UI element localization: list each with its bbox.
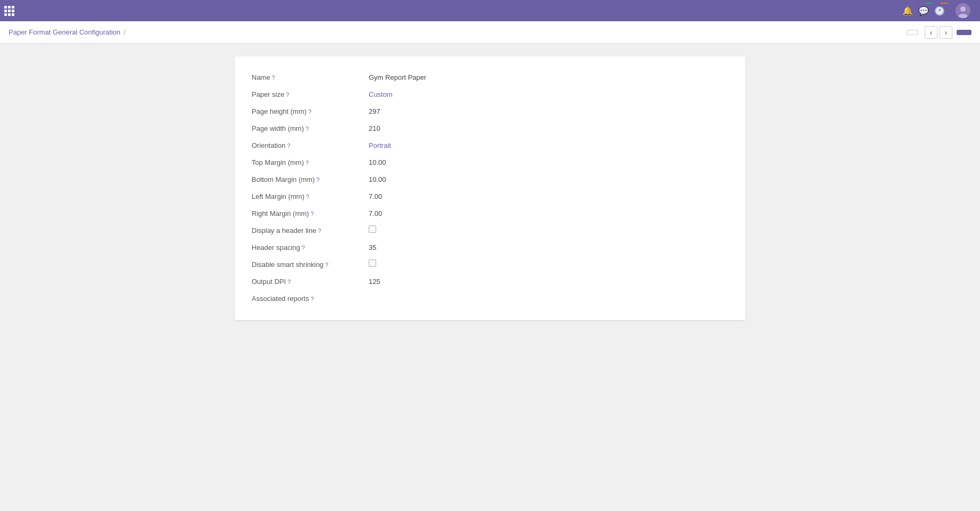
form-row-name: Name ?Gym Report Paper xyxy=(252,69,728,86)
field-value-orientation[interactable]: Portrait xyxy=(369,140,728,149)
field-value-left-margin: 7.00 xyxy=(369,191,728,200)
field-label-left-margin: Left Margin (mm) ? xyxy=(252,191,369,200)
messages-badge xyxy=(925,3,932,4)
field-label-orientation: Orientation ? xyxy=(252,140,369,149)
help-icon-header-spacing[interactable]: ? xyxy=(302,245,305,251)
svg-point-1 xyxy=(960,6,966,12)
form-row-right-margin: Right Margin (mm) ?7.00 xyxy=(252,205,728,222)
help-icon-bottom-margin[interactable]: ? xyxy=(316,177,319,183)
help-icon-paper-size[interactable]: ? xyxy=(286,91,289,98)
form-row-output-dpi: Output DPI ?125 xyxy=(252,273,728,290)
grid-icon xyxy=(4,6,14,16)
action-button[interactable] xyxy=(907,30,918,35)
main-content: Name ?Gym Report PaperPaper size ?Custom… xyxy=(0,44,980,511)
messages-btn[interactable]: 💬 xyxy=(918,6,929,16)
breadcrumb-actions: ‹ › xyxy=(907,26,971,39)
help-icon-left-margin[interactable]: ? xyxy=(306,194,309,200)
form-row-disable-smart-shrinking: Disable smart shrinking ? xyxy=(252,256,728,273)
bell-icon: 🔔 xyxy=(902,6,913,16)
field-value-disable-smart-shrinking[interactable] xyxy=(369,259,376,269)
help-icon-page-height[interactable]: ? xyxy=(308,108,311,115)
form-row-paper-size: Paper size ?Custom xyxy=(252,86,728,103)
field-value-paper-size[interactable]: Custom xyxy=(369,89,728,98)
field-label-associated-reports: Associated reports ? xyxy=(252,294,369,303)
main-nav xyxy=(26,0,902,21)
help-icon-page-width[interactable]: ? xyxy=(305,125,309,132)
activity-badge xyxy=(941,3,948,4)
field-value-display-header-line[interactable] xyxy=(369,225,376,234)
field-label-page-width: Page width (mm) ? xyxy=(252,123,369,132)
pager: ‹ › xyxy=(923,26,952,39)
navbar-right: 🔔 💬 🕐 xyxy=(902,3,976,18)
breadcrumb-parent[interactable]: Paper Format General Configuration xyxy=(9,28,120,36)
help-icon-output-dpi[interactable]: ? xyxy=(287,279,290,285)
notifications-btn[interactable]: 🔔 xyxy=(902,6,913,16)
field-label-page-height: Page height (mm) ? xyxy=(252,106,369,115)
help-icon-top-margin[interactable]: ? xyxy=(305,160,309,166)
help-icon-orientation[interactable]: ? xyxy=(287,143,290,149)
help-icon-disable-smart-shrinking[interactable]: ? xyxy=(325,262,328,268)
form-row-top-margin: Top Margin (mm) ?10.00 xyxy=(252,154,728,171)
help-icon-name[interactable]: ? xyxy=(272,74,275,81)
field-label-display-header-line: Display a header line ? xyxy=(252,225,369,234)
field-label-top-margin: Top Margin (mm) ? xyxy=(252,157,369,166)
field-value-associated-reports xyxy=(369,294,728,295)
breadcrumb: Paper Format General Configuration / xyxy=(9,28,129,36)
nav-general-settings[interactable] xyxy=(26,0,39,21)
help-icon-right-margin[interactable]: ? xyxy=(311,211,314,217)
nav-users-companies[interactable] xyxy=(39,0,52,21)
field-label-name: Name ? xyxy=(252,72,369,81)
pager-prev-button[interactable]: ‹ xyxy=(925,26,937,39)
form-row-header-spacing: Header spacing ?35 xyxy=(252,239,728,256)
user-avatar xyxy=(956,3,970,18)
help-icon-display-header-line[interactable]: ? xyxy=(318,228,321,234)
form-row-bottom-margin: Bottom Margin (mm) ?10.00 xyxy=(252,171,728,188)
nav-technical[interactable] xyxy=(64,0,77,21)
nav-translations[interactable] xyxy=(52,0,64,21)
field-value-name: Gym Report Paper xyxy=(369,72,728,81)
breadcrumb-separator: / xyxy=(123,28,126,36)
form-row-left-margin: Left Margin (mm) ?7.00 xyxy=(252,188,728,205)
new-button[interactable] xyxy=(957,30,971,35)
field-label-paper-size: Paper size ? xyxy=(252,89,369,98)
form-row-associated-reports: Associated reports ? xyxy=(252,290,728,307)
field-label-bottom-margin: Bottom Margin (mm) ? xyxy=(252,174,369,183)
app-brand[interactable] xyxy=(4,6,18,16)
field-value-header-spacing: 35 xyxy=(369,242,728,252)
chat-icon: 💬 xyxy=(918,6,929,16)
activity-btn[interactable]: 🕐 xyxy=(934,6,945,16)
form-row-orientation: Orientation ?Portrait xyxy=(252,137,728,154)
field-label-header-spacing: Header spacing ? xyxy=(252,242,369,252)
form-row-page-height: Page height (mm) ?297 xyxy=(252,103,728,120)
form-row-page-width: Page width (mm) ?210 xyxy=(252,120,728,137)
form-row-display-header-line: Display a header line ? xyxy=(252,222,728,239)
help-icon-associated-reports[interactable]: ? xyxy=(311,296,314,302)
field-value-top-margin: 10.00 xyxy=(369,157,728,166)
field-label-right-margin: Right Margin (mm) ? xyxy=(252,208,369,217)
clock-icon: 🕐 xyxy=(934,6,945,16)
field-value-output-dpi: 125 xyxy=(369,277,728,286)
field-label-disable-smart-shrinking: Disable smart shrinking ? xyxy=(252,259,369,269)
pager-next-button[interactable]: › xyxy=(940,26,952,39)
checkbox-display-header-line[interactable] xyxy=(369,225,376,233)
navbar: 🔔 💬 🕐 xyxy=(0,0,980,21)
field-value-right-margin: 7.00 xyxy=(369,208,728,217)
field-label-output-dpi: Output DPI ? xyxy=(252,277,369,286)
field-value-page-width: 210 xyxy=(369,123,728,132)
breadcrumb-bar: Paper Format General Configuration / ‹ › xyxy=(0,21,980,44)
form-card: Name ?Gym Report PaperPaper size ?Custom… xyxy=(235,56,745,320)
checkbox-disable-smart-shrinking[interactable] xyxy=(369,259,376,267)
field-value-page-height: 297 xyxy=(369,106,728,115)
field-value-bottom-margin: 10.00 xyxy=(369,174,728,183)
